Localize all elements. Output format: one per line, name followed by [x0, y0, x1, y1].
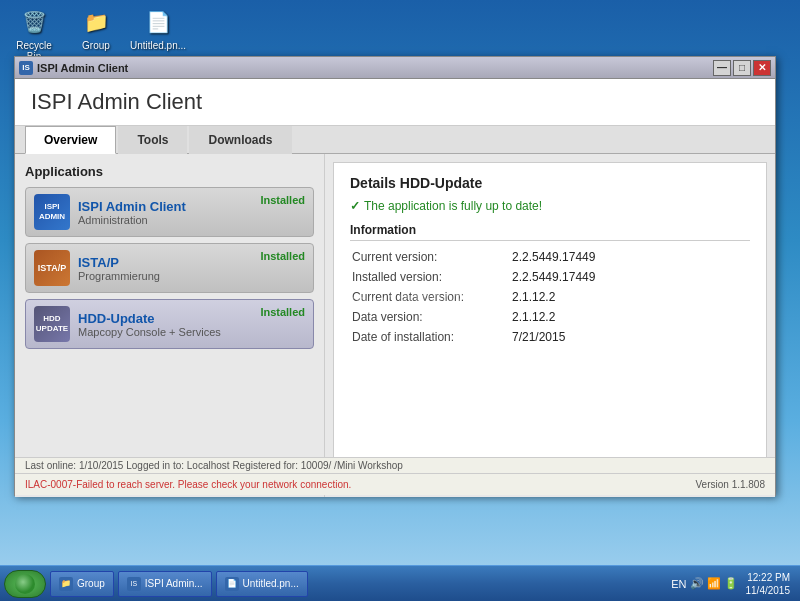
table-row: Installed version: 2.2.5449.17449 — [350, 267, 750, 287]
desktop-icon-label: Untitled.pn... — [130, 40, 186, 51]
info-label: Installed version: — [350, 267, 510, 287]
app-item-ista-p[interactable]: ISTA/P ISTA/P Programmierung Installed — [25, 243, 314, 293]
clock-date: 11/4/2015 — [746, 584, 791, 597]
desktop-icon-label: Group — [82, 40, 110, 51]
info-value: 2.1.12.2 — [510, 287, 750, 307]
desktop-icon-group[interactable]: 📁 Group — [70, 6, 122, 62]
istap-icon: ISTA/P — [34, 250, 70, 286]
main-content: Applications ISPI ADMIN ISPI Admin Clien… — [15, 154, 775, 497]
table-row: Current version: 2.2.5449.17449 — [350, 247, 750, 267]
recycle-bin-icon: 🗑️ — [18, 6, 50, 38]
info-label: Current data version: — [350, 287, 510, 307]
taskbar-item-label: Group — [77, 578, 105, 589]
tab-tools[interactable]: Tools — [118, 126, 187, 154]
window-title-text: ISPI Admin Client — [37, 62, 128, 74]
app-item-sub-istap: Programmierung — [78, 270, 305, 282]
info-label: Data version: — [350, 307, 510, 327]
applications-section-title: Applications — [25, 164, 314, 179]
app-header: ISPI Admin Client — [15, 79, 775, 126]
tab-overview[interactable]: Overview — [25, 126, 116, 154]
info-value: 2.1.12.2 — [510, 307, 750, 327]
info-section-title: Information — [350, 223, 750, 241]
untitled-file-icon: 📄 — [142, 6, 174, 38]
app-item-status-istap: Installed — [260, 250, 305, 262]
hdd-update-icon: HDD UPDATE — [34, 306, 70, 342]
app-item-status-ispi: Installed — [260, 194, 305, 206]
taskbar-item-label: Untitled.pn... — [243, 578, 299, 589]
clock-time: 12:22 PM — [746, 571, 791, 584]
ispi-admin-icon: ISPI ADMIN — [34, 194, 70, 230]
network-icon: 🔊 — [690, 577, 704, 590]
check-message: The application is fully up to date! — [364, 199, 542, 213]
info-label: Date of installation: — [350, 327, 510, 347]
info-value: 7/21/2015 — [510, 327, 750, 347]
start-button-orb — [15, 574, 35, 594]
group-folder-icon: 📁 — [80, 6, 112, 38]
taskbar-item-ispi-admin[interactable]: IS ISPI Admin... — [118, 571, 212, 597]
window-controls: — □ ✕ — [713, 60, 771, 76]
details-title: Details HDD-Update — [350, 175, 750, 191]
info-value: 2.2.5449.17449 — [510, 267, 750, 287]
taskbar-group-icon: 📁 — [59, 577, 73, 591]
tab-downloads[interactable]: Downloads — [189, 126, 291, 154]
checkmark-icon: ✓ — [350, 199, 360, 213]
window-titlebar: IS ISPI Admin Client — □ ✕ — [15, 57, 775, 79]
app-item-status-hdd: Installed — [260, 306, 305, 318]
minimize-button[interactable]: — — [713, 60, 731, 76]
info-value: 2.2.5449.17449 — [510, 247, 750, 267]
taskbar-item-group[interactable]: 📁 Group — [50, 571, 114, 597]
system-clock: 12:22 PM 11/4/2015 — [746, 571, 791, 597]
table-row: Data version: 2.1.12.2 — [350, 307, 750, 327]
taskbar-item-untitled[interactable]: 📄 Untitled.pn... — [216, 571, 308, 597]
app-item-sub-ispi: Administration — [78, 214, 305, 226]
desktop-icon-untitled[interactable]: 📄 Untitled.pn... — [132, 6, 184, 62]
system-tray: EN 🔊 📶 🔋 12:22 PM 11/4/2015 — [665, 571, 796, 597]
taskbar: 📁 Group IS ISPI Admin... 📄 Untitled.pn..… — [0, 565, 800, 601]
status-bar: ILAC-0007-Failed to reach server. Please… — [15, 473, 775, 495]
main-window: IS ISPI Admin Client — □ ✕ ISPI Admin Cl… — [14, 56, 776, 496]
lang-indicator: EN — [671, 578, 686, 590]
status-info-text: Last online: 1/10/2015 Logged in to: Loc… — [25, 460, 403, 471]
maximize-button[interactable]: □ — [733, 60, 751, 76]
app-item-sub-hdd: Mapcopy Console + Services — [78, 326, 305, 338]
window-title-icon: IS — [19, 61, 33, 75]
left-panel: Applications ISPI ADMIN ISPI Admin Clien… — [15, 154, 325, 497]
app-title: ISPI Admin Client — [31, 89, 759, 115]
start-button[interactable] — [4, 570, 46, 598]
table-row: Current data version: 2.1.12.2 — [350, 287, 750, 307]
taskbar-untitled-icon: 📄 — [225, 577, 239, 591]
status-bar-info: Last online: 1/10/2015 Logged in to: Loc… — [15, 457, 775, 473]
volume-icon: 📶 — [707, 577, 721, 590]
desktop: 🗑️ Recycle Bin 📁 Group 📄 Untitled.pn... … — [0, 0, 800, 601]
taskbar-item-label: ISPI Admin... — [145, 578, 203, 589]
battery-icon: 🔋 — [724, 577, 738, 590]
tab-bar: Overview Tools Downloads — [15, 126, 775, 154]
desktop-icon-recycle-bin[interactable]: 🗑️ Recycle Bin — [8, 6, 60, 62]
table-row: Date of installation: 7/21/2015 — [350, 327, 750, 347]
status-error-message: ILAC-0007-Failed to reach server. Please… — [25, 479, 351, 490]
info-table: Current version: 2.2.5449.17449 Installe… — [350, 247, 750, 347]
window-title: IS ISPI Admin Client — [19, 61, 128, 75]
info-label: Current version: — [350, 247, 510, 267]
status-version: Version 1.1.808 — [696, 479, 766, 490]
right-panel: Details HDD-Update ✓ The application is … — [333, 162, 767, 489]
app-item-ispi-admin[interactable]: ISPI ADMIN ISPI Admin Client Administrat… — [25, 187, 314, 237]
close-button[interactable]: ✕ — [753, 60, 771, 76]
systray-icons: EN 🔊 📶 🔋 — [671, 577, 737, 590]
taskbar-ispi-icon: IS — [127, 577, 141, 591]
app-item-hdd-update[interactable]: HDD UPDATE HDD-Update Mapcopy Console + … — [25, 299, 314, 349]
check-line: ✓ The application is fully up to date! — [350, 199, 750, 213]
